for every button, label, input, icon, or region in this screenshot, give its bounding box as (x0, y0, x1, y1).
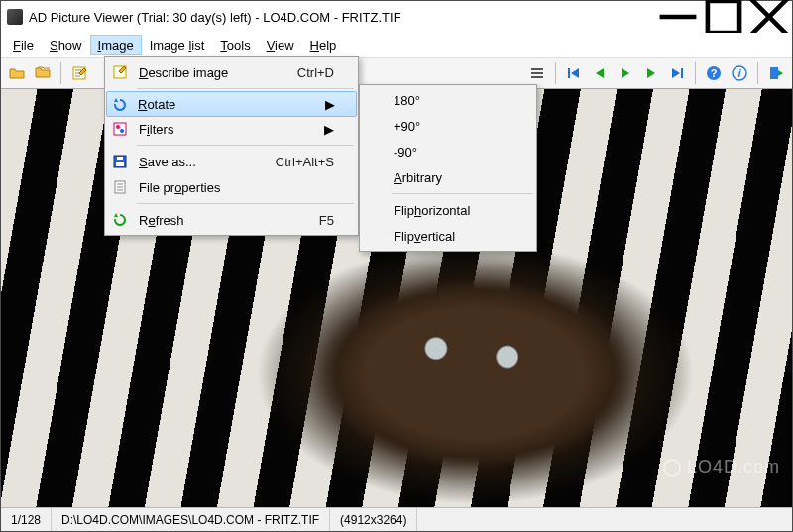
toolbar-play-button[interactable] (614, 61, 637, 85)
rotate-submenu: 180° +90° -90° Arbitrary Flip horizontal… (359, 84, 537, 252)
svg-rect-11 (568, 68, 570, 78)
submenu-item-180[interactable]: 180° (362, 87, 534, 113)
toolbar-open-folder-button[interactable] (5, 61, 29, 85)
status-counter: 1/128 (1, 508, 52, 531)
menu-show[interactable]: Show (42, 35, 90, 55)
svg-marker-14 (622, 68, 629, 78)
close-button[interactable] (746, 2, 792, 32)
svg-marker-15 (647, 68, 655, 78)
menu-item-refresh[interactable]: Refresh F5 (107, 207, 356, 233)
status-dimensions: (4912x3264) (330, 508, 417, 531)
toolbar-open-folder-list-button[interactable] (31, 61, 55, 85)
menu-view[interactable]: View (259, 35, 302, 55)
toolbar-prev-button[interactable] (588, 61, 612, 85)
menu-divider (137, 203, 354, 204)
toolbar-help-button[interactable]: ? (702, 61, 726, 85)
menu-item-describe-image[interactable]: Describe image Ctrl+D (107, 59, 356, 85)
menu-file[interactable]: File (5, 35, 42, 55)
svg-text:i: i (737, 67, 741, 79)
exit-icon (767, 64, 785, 82)
menu-image[interactable]: Image (90, 35, 142, 55)
menu-item-filters[interactable]: Filters ▶ (107, 116, 356, 142)
skip-last-icon (668, 64, 686, 82)
watermark: LO4D.com (663, 457, 780, 478)
menu-tools[interactable]: Tools (212, 35, 258, 55)
properties-icon (111, 178, 129, 196)
toolbar-separator (555, 62, 556, 84)
info-icon: i (731, 64, 748, 82)
menubar: File Show Image Image list Tools View He… (1, 33, 792, 57)
folder-stack-icon (34, 64, 52, 82)
toolbar-separator (757, 62, 758, 84)
svg-marker-16 (672, 68, 680, 78)
refresh-icon (111, 211, 129, 229)
submenu-item-flip-horizontal[interactable]: Flip horizontal (362, 197, 534, 223)
submenu-item-flip-vertical[interactable]: Flip vertical (362, 223, 534, 249)
prev-icon (591, 64, 609, 82)
statusbar: 1/128 D:\LO4D.COM\IMAGES\LO4D.COM - FRIT… (1, 507, 792, 531)
folder-open-icon (8, 64, 26, 82)
watermark-text: LO4D.com (687, 457, 780, 478)
watermark-icon (663, 459, 681, 477)
filters-icon (111, 120, 129, 138)
menu-item-rotate[interactable]: Rotate ▶ (106, 91, 357, 117)
rotate-icon (111, 96, 129, 114)
svg-marker-13 (596, 68, 604, 78)
toolbar-separator (695, 62, 696, 84)
minimize-button[interactable] (655, 2, 701, 32)
svg-marker-23 (778, 70, 783, 76)
maximize-button[interactable] (701, 2, 746, 32)
menu-item-save-as[interactable]: Save as... Ctrl+Alt+S (107, 149, 356, 174)
menu-divider (392, 193, 532, 194)
svg-marker-12 (571, 68, 579, 78)
shortcut-label: Ctrl+D (274, 65, 334, 80)
svg-point-28 (120, 129, 124, 133)
submenu-item-arbitrary[interactable]: Arbitrary (362, 164, 534, 190)
toolbar-next-button[interactable] (639, 61, 663, 85)
image-menu-dropdown: Describe image Ctrl+D Rotate ▶ Filters ▶… (104, 56, 359, 236)
shortcut-label: Ctrl+Alt+S (252, 155, 334, 169)
svg-rect-22 (770, 67, 778, 79)
skip-first-icon (565, 64, 583, 82)
svg-text:?: ? (711, 67, 718, 79)
list-icon (528, 64, 546, 82)
submenu-item-plus90[interactable]: +90° (362, 113, 534, 139)
toolbar-separator (60, 62, 61, 84)
menu-divider (137, 88, 354, 89)
svg-rect-31 (117, 157, 123, 160)
save-icon (111, 153, 129, 170)
next-icon (642, 64, 660, 82)
shortcut-label: F5 (295, 213, 334, 228)
submenu-item-minus90[interactable]: -90° (362, 139, 534, 164)
app-icon (7, 9, 23, 25)
svg-marker-36 (114, 213, 118, 217)
help-icon: ? (705, 64, 723, 82)
toolbar-exit-button[interactable] (764, 61, 788, 85)
menu-divider (137, 145, 354, 146)
toolbar-describe-button[interactable] (67, 61, 91, 85)
status-path: D:\LO4D.COM\IMAGES\LO4D.COM - FRITZ.TIF (52, 508, 330, 531)
toolbar-list-view-button[interactable] (525, 61, 549, 85)
submenu-arrow-icon: ▶ (301, 97, 335, 112)
svg-marker-25 (114, 98, 118, 102)
svg-rect-30 (116, 162, 124, 166)
describe-icon (70, 64, 88, 82)
svg-rect-17 (681, 68, 683, 78)
menu-help[interactable]: Help (302, 35, 345, 55)
titlebar: AD Picture Viewer (Trial: 30 day(s) left… (1, 1, 792, 33)
menu-image-list[interactable]: Image list (142, 35, 213, 55)
svg-rect-1 (708, 1, 739, 33)
menu-item-file-properties[interactable]: File properties (107, 174, 356, 200)
window-controls (655, 2, 792, 32)
toolbar-last-button[interactable] (665, 61, 689, 85)
play-icon (617, 64, 634, 82)
svg-rect-26 (114, 123, 126, 135)
svg-point-27 (116, 125, 120, 129)
toolbar-first-button[interactable] (562, 61, 586, 85)
submenu-arrow-icon: ▶ (300, 122, 334, 137)
toolbar-about-button[interactable]: i (728, 61, 751, 85)
describe-icon (111, 63, 129, 81)
window-title: AD Picture Viewer (Trial: 30 day(s) left… (29, 10, 655, 25)
